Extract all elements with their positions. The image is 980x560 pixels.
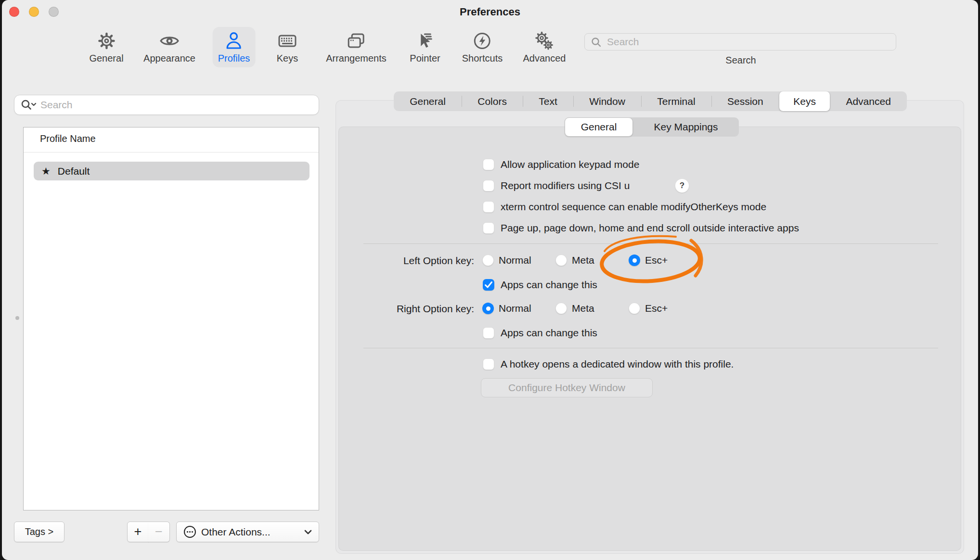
tab-colors[interactable]: Colors [462, 91, 523, 111]
gear-icon [95, 29, 118, 52]
tab-window[interactable]: Window [573, 91, 641, 111]
profile-search-field[interactable] [14, 95, 319, 115]
toolbar-item-label: Profiles [218, 53, 250, 64]
left-option-esc: Esc+ [629, 253, 668, 268]
person-icon [222, 29, 245, 52]
divider [363, 348, 938, 348]
windows-icon [345, 29, 368, 52]
left-option-meta: Meta [555, 253, 594, 268]
other-actions-menu[interactable]: Other Actions... [176, 522, 319, 542]
right-apps-can-change-checkbox[interactable] [483, 327, 494, 339]
toolbar-item-keys[interactable]: Keys [271, 27, 304, 67]
left-option-normal: Normal [482, 253, 531, 268]
toolbar-item-label: Pointer [410, 53, 440, 64]
modify-other-keys-checkbox[interactable] [483, 201, 494, 213]
profile-list-header: Profile Name [40, 133, 96, 144]
profile-list: Profile Name ★ Default [23, 127, 319, 510]
toolbar-item-shortcuts[interactable]: Shortcuts [457, 27, 508, 67]
toolbar-item-label: Advanced [523, 53, 566, 64]
tab-text[interactable]: Text [523, 91, 573, 111]
preferences-window: Preferences General [2, 0, 978, 560]
search-icon [591, 37, 602, 48]
right-option-meta-radio[interactable] [555, 303, 567, 314]
scoped-search-icon [20, 99, 37, 112]
remove-profile-button[interactable]: − [148, 522, 170, 542]
csi-u-checkbox[interactable] [483, 180, 494, 191]
right-option-caption: Right Option key: [339, 301, 474, 317]
help-button[interactable]: ? [675, 178, 689, 193]
left-option-meta-radio[interactable] [555, 255, 567, 266]
toolbar-item-advanced[interactable]: Advanced [518, 27, 571, 67]
chevron-down-icon [304, 529, 312, 535]
tags-button[interactable]: Tags > [14, 522, 64, 542]
left-option-esc-radio[interactable] [629, 255, 640, 266]
lightning-icon [471, 29, 494, 52]
radio-label: Normal [499, 303, 531, 314]
eye-icon [158, 29, 181, 52]
profile-name: Default [58, 165, 90, 177]
keys-subtab-bar: General Key Mappings [565, 117, 739, 137]
right-option-meta: Meta [555, 301, 594, 316]
profile-search-input[interactable] [39, 96, 314, 114]
tab-keys[interactable]: Keys [779, 91, 830, 111]
configure-hotkey-window-button[interactable]: Configure Hotkey Window [481, 378, 653, 397]
left-option-normal-radio[interactable] [482, 255, 494, 266]
tags-button-label: Tags > [25, 526, 53, 537]
radio-label: Esc+ [645, 303, 668, 314]
allow-keypad-checkbox[interactable] [483, 159, 494, 170]
toolbar-item-arrangements[interactable]: Arrangements [321, 27, 392, 67]
star-icon: ★ [41, 165, 51, 177]
toolbar-item-pointer[interactable]: Pointer [404, 27, 445, 67]
splitter-dot [15, 316, 19, 320]
left-option-caption: Left Option key: [339, 253, 474, 268]
scroll-outside-checkbox[interactable] [483, 222, 494, 234]
right-option-normal-radio[interactable] [482, 303, 494, 314]
toolbar-search-input[interactable] [606, 34, 890, 50]
checkbox-row: Page up, page down, home and end scroll … [483, 220, 799, 236]
checkbox-row: Apps can change this [483, 277, 597, 293]
tab-advanced[interactable]: Advanced [830, 91, 907, 111]
checkbox-row: Apps can change this [483, 325, 597, 341]
divider [24, 152, 319, 153]
checkbox-label: Allow application keypad mode [501, 159, 639, 170]
checkbox-label: xterm control sequence can enable modify… [501, 201, 766, 213]
right-option-esc: Esc+ [629, 301, 668, 316]
checkbox-row: A hotkey opens a dedicated window with t… [483, 356, 734, 372]
subtab-general[interactable]: General [565, 117, 633, 137]
checkbox-label: Page up, page down, home and end scroll … [501, 222, 799, 234]
tab-general[interactable]: General [394, 91, 462, 111]
page-title: Preferences [2, 6, 978, 18]
toolbar-item-appearance[interactable]: Appearance [138, 27, 201, 67]
checkbox-label: Report modifiers using CSI u [501, 180, 630, 191]
checkbox-row: Allow application keypad mode [483, 157, 639, 172]
radio-label: Esc+ [645, 255, 668, 266]
minus-icon: − [155, 524, 163, 539]
add-profile-button[interactable]: + [127, 522, 149, 542]
checkbox-label: A hotkey opens a dedicated window with t… [501, 358, 734, 370]
toolbar-item-label: Arrangements [326, 53, 387, 64]
plus-icon: + [134, 524, 142, 539]
toolbar: General Appearance Profiles [2, 23, 978, 73]
checkbox-label: Apps can change this [501, 279, 597, 291]
titlebar: Preferences [2, 0, 978, 23]
toolbar-item-label: Keys [277, 53, 298, 64]
right-option-esc-radio[interactable] [629, 303, 640, 314]
checkbox-row: Report modifiers using CSI u [483, 178, 630, 193]
profile-row-default[interactable]: ★ Default [34, 162, 309, 180]
keys-general-pane [338, 127, 961, 551]
toolbar-search-field[interactable] [584, 33, 896, 51]
toolbar-item-profiles[interactable]: Profiles [213, 27, 256, 67]
subtab-key-mappings[interactable]: Key Mappings [633, 117, 739, 137]
toolbar-item-label: Shortcuts [462, 53, 503, 64]
tab-session[interactable]: Session [711, 91, 779, 111]
cursor-icon [413, 29, 437, 52]
tab-terminal[interactable]: Terminal [641, 91, 711, 111]
hotkey-window-checkbox[interactable] [483, 358, 494, 370]
checkbox-row: xterm control sequence can enable modify… [483, 199, 766, 215]
left-apps-can-change-checkbox[interactable] [483, 279, 494, 291]
profile-tab-bar: General Colors Text Window Terminal Sess… [394, 91, 907, 111]
right-option-normal: Normal [482, 301, 531, 316]
toolbar-item-general[interactable]: General [84, 27, 129, 67]
ellipsis-circle-icon [183, 525, 196, 538]
radio-label: Normal [499, 255, 531, 266]
